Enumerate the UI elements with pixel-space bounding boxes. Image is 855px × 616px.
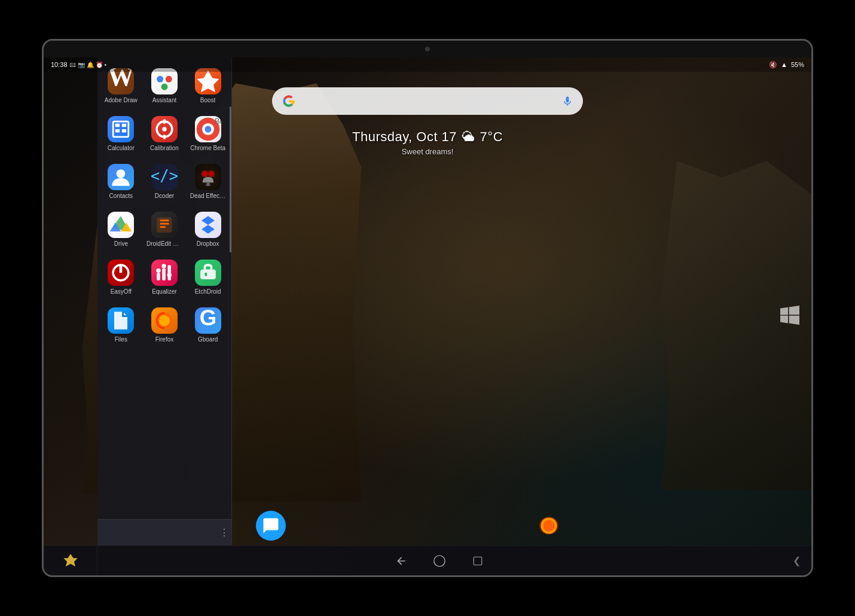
svg-rect-23: [157, 217, 172, 233]
app-item-calculator[interactable]: Calculator: [100, 111, 142, 157]
app-label-chrome-beta: Chrome Beta: [190, 145, 225, 152]
nav-bar: ❮: [44, 545, 811, 575]
app-item-files[interactable]: Files: [100, 303, 142, 348]
svg-rect-8: [115, 129, 120, 133]
nav-buttons: [97, 554, 781, 568]
svg-rect-9: [122, 129, 126, 133]
svg-point-2: [157, 76, 163, 83]
app-item-easyoff[interactable]: EasyOff: [100, 255, 142, 300]
svg-rect-6: [115, 124, 120, 127]
app-icon-easyoff: [108, 260, 134, 286]
search-bar-container: [272, 87, 583, 115]
app-icon-dcoder: </>: [151, 164, 178, 190]
app-icon-drive: [108, 212, 134, 238]
app-label-dcoder: Dcoder: [155, 193, 174, 200]
app-grid: W Adobe Draw Assistant Boost Calculator: [97, 57, 231, 519]
time-display: 10:38: [51, 61, 68, 68]
app-item-dead-effect-2[interactable]: Dead Effect 2: [187, 159, 228, 205]
app-label-firefox: Firefox: [155, 336, 174, 343]
nav-right-area: ❮: [781, 555, 811, 566]
svg-point-28: [156, 269, 160, 273]
windows-button[interactable]: [780, 306, 799, 327]
svg-point-21: [208, 170, 215, 177]
app-label-drive: Drive: [114, 240, 128, 248]
app-item-firefox[interactable]: Firefox: [144, 303, 185, 348]
svg-point-20: [201, 170, 208, 177]
app-icon-contacts: [108, 164, 134, 190]
app-item-etchdroid[interactable]: EtchDroid: [187, 255, 228, 300]
app-label-easyoff: EasyOff: [111, 288, 132, 295]
app-label-etchdroid: EtchDroid: [195, 288, 221, 295]
app-label-assistant: Assistant: [152, 97, 177, 104]
google-logo: [282, 94, 296, 108]
date-display: Thursday, Oct 17: [352, 129, 457, 145]
app-icon-firefox: [151, 307, 178, 334]
app-item-dropbox[interactable]: Dropbox: [187, 207, 228, 252]
launcher-icon: [62, 553, 79, 569]
svg-rect-31: [200, 270, 216, 280]
svg-point-34: [159, 315, 170, 326]
messages-icon: [256, 511, 286, 541]
app-item-gboard[interactable]: G Gboard: [187, 303, 228, 348]
app-item-droidedit-free[interactable]: DroidEdit Free: [144, 207, 185, 252]
status-bar: 10:38 🖂 📷 🔔 ⏰ • 🔇 ▲ 55%: [44, 57, 811, 72]
search-bar[interactable]: [272, 87, 583, 115]
app-icon-files: [108, 307, 134, 334]
more-options-icon[interactable]: ⋮: [219, 527, 229, 538]
app-label-boost: Boost: [200, 97, 216, 104]
launcher-icon-area[interactable]: [44, 546, 97, 575]
app-icon-chrome-beta: Beta: [195, 116, 221, 142]
app-item-dcoder[interactable]: </> Dcoder: [144, 159, 185, 205]
app-icon-etchdroid: [195, 260, 221, 286]
nav-chevron[interactable]: ❮: [793, 555, 801, 566]
mic-icon[interactable]: [561, 95, 573, 107]
app-label-calculator: Calculator: [108, 145, 135, 152]
app-drawer: W Adobe Draw Assistant Boost Calculator: [97, 57, 232, 545]
app-label-gboard: Gboard: [198, 336, 218, 343]
recents-button[interactable]: [471, 554, 485, 568]
firefox-dock-icon[interactable]: [534, 511, 564, 541]
date-temperature-row: Thursday, Oct 17 🌥 7°C: [352, 129, 503, 145]
camera-dot: [425, 47, 430, 51]
svg-rect-7: [122, 124, 126, 127]
app-item-calibration[interactable]: Calibration: [144, 111, 185, 157]
app-label-calibration: Calibration: [150, 145, 179, 152]
drawer-search-input[interactable]: [109, 528, 210, 537]
app-icon-gboard: G: [195, 307, 221, 334]
app-item-drive[interactable]: Drive: [100, 207, 142, 252]
svg-rect-39: [474, 557, 482, 565]
svg-rect-26: [162, 269, 166, 280]
svg-point-16: [204, 126, 211, 133]
app-label-droidedit-free: DroidEdit Free: [146, 240, 182, 248]
svg-point-37: [543, 520, 554, 531]
svg-rect-5: [113, 121, 129, 137]
search-input[interactable]: [302, 87, 555, 115]
home-button[interactable]: [432, 554, 447, 568]
status-icons: 🖂 📷 🔔 ⏰ •: [70, 62, 107, 68]
svg-rect-25: [157, 273, 160, 280]
firefox-icon: [534, 511, 564, 541]
app-item-chrome-beta[interactable]: Beta Chrome Beta: [187, 111, 228, 157]
mute-icon: 🔇: [769, 61, 777, 69]
svg-point-18: [117, 169, 126, 178]
app-icon-calculator: [108, 116, 134, 142]
app-icon-adobe-draw: W: [108, 68, 134, 94]
drawer-search-bar: ⋮: [97, 519, 231, 545]
screen-area: 10:38 🖂 📷 🔔 ⏰ • 🔇 ▲ 55%: [44, 57, 811, 575]
app-label-contacts: Contacts: [109, 193, 133, 200]
app-item-equalizer[interactable]: Equalizer: [144, 255, 185, 300]
app-icon-droidedit-free: [151, 212, 178, 238]
svg-text:Beta: Beta: [215, 117, 221, 126]
svg-rect-32: [204, 273, 207, 276]
device-frame: 10:38 🖂 📷 🔔 ⏰ • 🔇 ▲ 55%: [42, 39, 813, 577]
app-icon-dead-effect-2: [195, 164, 221, 190]
app-label-files: Files: [115, 336, 127, 343]
app-icon-boost: [195, 68, 221, 94]
app-icon-dropbox: [195, 212, 221, 238]
svg-text:</>: </>: [151, 167, 178, 185]
app-label-equalizer: Equalizer: [152, 288, 177, 295]
app-item-contacts[interactable]: Contacts: [100, 159, 142, 205]
back-button[interactable]: [394, 554, 408, 568]
messages-dock-icon[interactable]: [256, 511, 286, 541]
svg-text:G: G: [199, 307, 216, 330]
